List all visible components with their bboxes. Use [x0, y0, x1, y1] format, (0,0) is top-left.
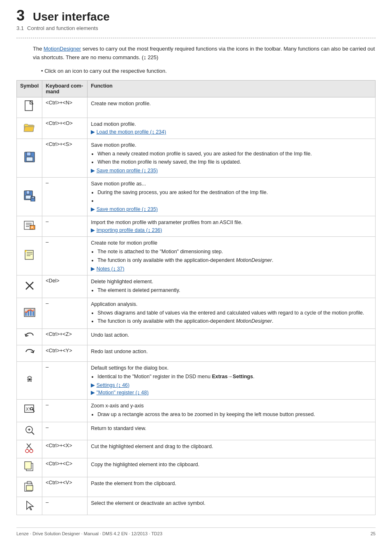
kbd-save-as: –: [42, 177, 88, 216]
func-note: Create note for motion profile The note …: [88, 237, 376, 275]
svg-rect-10: [32, 197, 34, 199]
section-line: 3.1 Control and function elements: [16, 25, 376, 31]
function-table: Symbol Keyboard com-mand Function <Ctrl>…: [16, 80, 376, 515]
footer-right: 25: [371, 531, 376, 536]
table-row: <Ctrl>+<S> Save motion profile. When a n…: [17, 139, 376, 177]
svg-rect-4: [27, 152, 31, 156]
kbd-save: <Ctrl>+<S>: [42, 139, 88, 177]
func-load: Load motion profile. Load the motion pro…: [88, 118, 376, 139]
func-select: Select the element or deactivate an acti…: [88, 497, 376, 515]
kbd-paste: <Ctrl>+<V>: [42, 477, 88, 497]
symbol-redo-icon: [17, 345, 42, 362]
load-profile-link[interactable]: Load the motion profile (↨ 234): [97, 129, 166, 135]
col-symbol: Symbol: [17, 81, 42, 97]
svg-rect-17: [25, 250, 33, 259]
svg-rect-8: [25, 195, 31, 199]
func-undo: Undo last action.: [88, 329, 376, 345]
symbol-standard-view-icon: [17, 422, 42, 440]
symbol-save-as-icon: [17, 177, 42, 216]
svg-text:A: A: [31, 225, 34, 229]
svg-rect-25: [28, 311, 29, 316]
table-row: – Select the element or deactivate an ac…: [17, 497, 376, 515]
chapter-title: User interface: [33, 10, 110, 23]
svg-rect-24: [25, 312, 27, 316]
func-standard-view: Return to standard view.: [88, 422, 376, 440]
import-profile-link[interactable]: Importing profile data (↨ 236): [97, 227, 162, 233]
svg-point-28: [28, 379, 30, 381]
svg-line-1: [30, 101, 33, 104]
kbd-select: –: [42, 497, 88, 515]
kbd-undo: <Ctrl>+<Z>: [42, 329, 88, 345]
table-row: – Return to standard view.: [17, 422, 376, 440]
symbol-copy-icon: [17, 458, 42, 477]
symbol-delete-icon: [17, 275, 42, 298]
func-paste: Paste the element from the clipboard.: [88, 477, 376, 497]
motion-designer-link[interactable]: MotionDesigner: [44, 46, 81, 52]
table-row: <Ctrl>+<N> Create new motion profile.: [17, 97, 376, 118]
kbd-copy: <Ctrl>+<C>: [42, 458, 88, 477]
page-header: 3 User interface: [16, 8, 376, 23]
bullet-point: • Click on an icon to carry out the resp…: [16, 67, 376, 76]
table-row: <Ctrl>+<Y> Redo last undone action.: [17, 345, 376, 362]
table-row: <Ctrl>+<X> Cut the highlighted element a…: [17, 440, 376, 458]
kbd-import: –: [42, 216, 88, 237]
svg-rect-5: [26, 157, 33, 161]
table-row: <Ctrl>+<C> Copy the highlighted element …: [17, 458, 376, 477]
symbol-select-icon: [17, 497, 42, 515]
svg-point-38: [25, 449, 29, 453]
footer-left: Lenze · Drive Solution Designer · Manual…: [16, 531, 162, 536]
func-import: Import the motion profile with parameter…: [88, 216, 376, 237]
save-profile-link-1[interactable]: Save motion profile (↨ 235): [97, 168, 158, 173]
kbd-load: <Ctrl>+<O>: [42, 118, 88, 139]
func-analysis: Application analysis. Shows diagrams and…: [88, 298, 376, 328]
divider: [16, 38, 376, 38]
save-profile-link-2[interactable]: Save motion profile (↨ 235): [97, 206, 158, 212]
table-row: A – Import the motion profile with param…: [17, 216, 376, 237]
svg-rect-27: [32, 311, 34, 316]
func-delete: Delete highlighted element. The element …: [88, 275, 376, 298]
section-title: Control and function elements: [27, 25, 98, 31]
notes-link[interactable]: Notes (↨ 37): [97, 266, 125, 272]
table-row: <Del> Delete highlighted element. The el…: [17, 275, 376, 298]
table-row: – Save motion profile as... During the s…: [17, 177, 376, 216]
func-zoom: Zoom x-axis and y-axis Draw up a rectang…: [88, 400, 376, 422]
page-footer: Lenze · Drive Solution Designer · Manual…: [16, 527, 376, 536]
kbd-standard-view: –: [42, 422, 88, 440]
symbol-new-file-icon: [17, 97, 42, 118]
svg-point-39: [30, 449, 33, 453]
func-save: Save motion profile. When a newly create…: [88, 139, 376, 177]
func-new: Create new motion profile.: [88, 97, 376, 118]
table-row: <Ctrl>+<O> Load motion profile. Load the…: [17, 118, 376, 139]
chapter-number: 3: [16, 8, 25, 23]
table-row: <Ctrl>+<V> Paste the element from the cl…: [17, 477, 376, 497]
kbd-new: <Ctrl>+<N>: [42, 97, 88, 118]
table-row: – Application analysis. Shows diagrams a…: [17, 298, 376, 328]
symbol-analysis-icon: [17, 298, 42, 328]
kbd-cut: <Ctrl>+<X>: [42, 440, 88, 458]
symbol-note-icon: [17, 237, 42, 275]
func-redo: Redo last undone action.: [88, 345, 376, 362]
symbol-settings-icon: [17, 362, 42, 400]
table-row: <Ctrl>+<Z> Undo last action.: [17, 329, 376, 345]
svg-rect-41: [25, 462, 31, 469]
symbol-paste-icon: [17, 477, 42, 497]
settings-link[interactable]: Settings (↨ 46): [97, 382, 130, 388]
kbd-note: –: [42, 237, 88, 275]
func-copy: Copy the highlighted element into the cl…: [88, 458, 376, 477]
svg-rect-43: [27, 481, 31, 484]
kbd-settings: –: [42, 362, 88, 400]
svg-line-33: [32, 432, 34, 435]
symbol-zoom-icon: XY: [17, 400, 42, 422]
col-function: Function: [88, 81, 376, 97]
symbol-save-icon: [17, 139, 42, 177]
svg-rect-44: [26, 486, 33, 490]
table-row: XY – Zoom x-axis and y-axis Draw up a re…: [17, 400, 376, 422]
symbol-undo-icon: [17, 329, 42, 345]
section-number: 3.1: [16, 25, 24, 31]
kbd-delete: <Del>: [42, 275, 88, 298]
kbd-zoom: –: [42, 400, 88, 422]
table-row: – Create note for motion profile The not…: [17, 237, 376, 275]
table-row: – Default settings for the dialog box. I…: [17, 362, 376, 400]
motion-register-link[interactable]: "Motion" register (↨ 48): [97, 390, 149, 395]
symbol-import-icon: A: [17, 216, 42, 237]
